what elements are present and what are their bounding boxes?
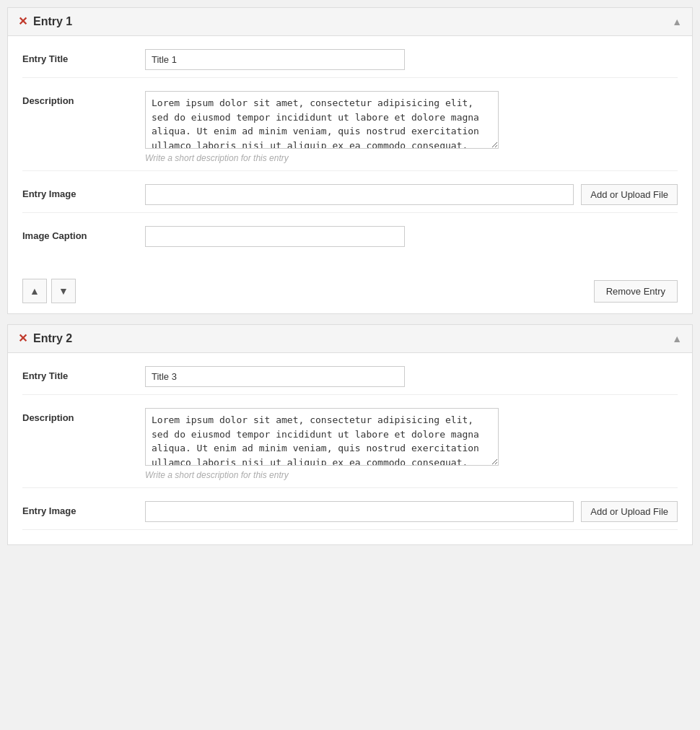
description-label-1: Description (22, 91, 145, 106)
close-entry-1-icon[interactable]: ✕ (18, 16, 27, 27)
description-input-area-1: Lorem ipsum dolor sit amet, consectetur … (145, 91, 678, 163)
entry-title-input-area-2 (145, 366, 678, 387)
entry-block-2: ✕ Entry 2 ▲ Entry Title Description Lore… (7, 324, 693, 545)
entry-header-2: ✕ Entry 2 ▲ (8, 325, 692, 353)
entry-image-row-2: Entry Image Add or Upload File (22, 488, 678, 530)
description-row-1: Description Lorem ipsum dolor sit amet, … (22, 78, 678, 171)
entry-image-input-area-1: Add or Upload File (145, 184, 678, 205)
upload-row-2: Add or Upload File (145, 501, 678, 522)
entry-title-label-2: Entry Title (22, 366, 145, 381)
entry-2-title: Entry 2 (33, 332, 72, 345)
description-textarea-2[interactable]: Lorem ipsum dolor sit amet, consectetur … (145, 408, 499, 466)
description-hint-1: Write a short description for this entry (145, 153, 678, 163)
entry-title-row-1: Entry Title (22, 36, 678, 78)
description-input-area-2: Lorem ipsum dolor sit amet, consectetur … (145, 408, 678, 480)
description-hint-2: Write a short description for this entry (145, 470, 678, 480)
entry-header-left-1: ✕ Entry 1 (18, 15, 72, 28)
entry-1-title: Entry 1 (33, 15, 72, 28)
entry-image-label-2: Entry Image (22, 501, 145, 516)
entry-title-input-2[interactable] (145, 366, 405, 387)
move-down-button-1[interactable]: ▼ (51, 279, 76, 303)
entry-title-input-1[interactable] (145, 49, 405, 70)
entry-title-label-1: Entry Title (22, 49, 145, 64)
entry-image-input-1[interactable] (145, 184, 574, 205)
description-label-2: Description (22, 408, 145, 423)
remove-entry-button-1[interactable]: Remove Entry (594, 280, 678, 303)
entry-image-row-1: Entry Image Add or Upload File (22, 171, 678, 213)
entry-image-label-1: Entry Image (22, 184, 145, 199)
entry-header-left-2: ✕ Entry 2 (18, 332, 72, 345)
image-caption-input-area-1 (145, 226, 678, 247)
upload-button-2[interactable]: Add or Upload File (581, 501, 678, 522)
entry-header-1: ✕ Entry 1 ▲ (8, 8, 692, 36)
entry-image-input-2[interactable] (145, 501, 574, 522)
arrow-buttons-1: ▲ ▼ (22, 279, 76, 303)
upload-button-1[interactable]: Add or Upload File (581, 184, 678, 205)
close-entry-2-icon[interactable]: ✕ (18, 333, 27, 344)
collapse-entry-2-icon[interactable]: ▲ (672, 333, 682, 344)
move-up-button-1[interactable]: ▲ (22, 279, 47, 303)
entry-block-1: ✕ Entry 1 ▲ Entry Title Description Lore… (7, 7, 693, 314)
entry-2-body: Entry Title Description Lorem ipsum dolo… (8, 353, 692, 544)
description-row-2: Description Lorem ipsum dolor sit amet, … (22, 395, 678, 488)
image-caption-input-1[interactable] (145, 226, 405, 247)
image-caption-label-1: Image Caption (22, 226, 145, 241)
entry-image-input-area-2: Add or Upload File (145, 501, 678, 522)
image-caption-row-1: Image Caption (22, 213, 678, 254)
entry-1-body: Entry Title Description Lorem ipsum dolo… (8, 36, 692, 269)
entry-footer-1: ▲ ▼ Remove Entry (8, 269, 692, 313)
collapse-entry-1-icon[interactable]: ▲ (672, 16, 682, 27)
entry-title-row-2: Entry Title (22, 353, 678, 395)
upload-row-1: Add or Upload File (145, 184, 678, 205)
entry-title-input-area-1 (145, 49, 678, 70)
description-textarea-1[interactable]: Lorem ipsum dolor sit amet, consectetur … (145, 91, 499, 149)
